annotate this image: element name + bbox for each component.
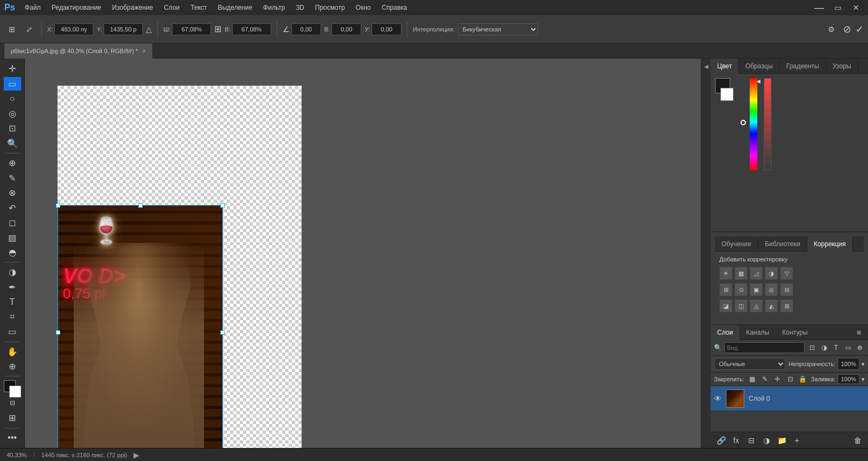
status-arrow-btn[interactable]: ▶ [133,451,139,459]
layer-visibility-toggle[interactable]: 👁 [714,394,722,403]
transform-options-btn[interactable]: ⚙ [824,22,839,37]
filter-adj-btn[interactable]: ◑ [819,342,829,353]
shape-tool[interactable]: ▭ [4,325,21,339]
options-icon[interactable]: ⊞ [4,22,20,37]
new-layer-btn[interactable]: + [791,434,803,446]
adj-exposure-btn[interactable]: ◑ [765,267,778,280]
width-input[interactable] [172,23,211,35]
marquee-tool[interactable]: ▭ [4,77,21,91]
opacity-input[interactable] [838,358,859,370]
swatches-tab[interactable]: Образцы [739,59,780,74]
handle-top-left[interactable] [56,203,60,208]
maximize-button[interactable]: ▭ [830,0,845,15]
adj-photo-filter-btn[interactable]: ◎ [765,283,778,296]
panel-toggle-btn[interactable]: ◀ [702,62,711,71]
patterns-tab[interactable]: Узоры [826,59,858,74]
quick-mask-tool[interactable]: ⊟ [4,396,21,411]
adj-bw-btn[interactable]: ▣ [750,283,763,296]
filter-text-btn[interactable]: T [831,342,841,353]
menu-text[interactable]: Текст [185,2,212,14]
lock-all-btn[interactable]: 🔒 [798,374,807,384]
adj-invert-btn[interactable]: ◪ [719,299,732,312]
menu-image[interactable]: Изображение [107,2,159,14]
menu-window[interactable]: Окно [350,2,376,14]
color-tab[interactable]: Цвет [711,59,739,74]
hue-slider[interactable] [750,78,757,170]
layers-panel-menu-btn[interactable]: ≡ [853,326,865,338]
zoom-tool[interactable]: ⊕ [4,360,21,374]
gradients-tab[interactable]: Градиенты [780,59,826,74]
adj-selective-color-btn[interactable]: ⊞ [780,299,793,312]
filter-pixel-btn[interactable]: ⊡ [807,342,818,353]
pen-tool[interactable]: ✒ [4,280,21,294]
blend-mode-select[interactable]: Обычные Растворение Умножение [714,358,786,370]
layer-item[interactable]: 👁 Слой 0 [711,386,868,411]
cancel-transform-icon[interactable]: ⊘ [843,23,851,35]
menu-edit[interactable]: Редактирование [46,2,106,14]
handle-mid-right[interactable] [220,330,225,335]
menu-layers[interactable]: Слои [158,2,185,14]
extras-tool[interactable]: ••• [4,431,21,445]
path-select-tool[interactable]: ⌗ [4,310,21,324]
paths-tab[interactable]: Контуры [776,325,814,340]
menu-view[interactable]: Просмотр [310,2,350,14]
channels-tab[interactable]: Каналы [739,325,776,340]
adj-colorbalance-btn[interactable]: ⊙ [735,283,748,296]
background-color-swatch[interactable] [720,88,733,101]
quick-select-tool[interactable]: ◎ [4,107,21,121]
link-layers-btn[interactable]: 🔗 [715,434,727,446]
confirm-transform-icon[interactable]: ✓ [856,23,864,35]
handle-mid-left[interactable] [56,330,60,335]
adj-vibrance-btn[interactable]: ▽ [780,267,793,280]
adj-channel-mixer-btn[interactable]: ⊟ [780,283,793,296]
new-group-btn[interactable]: 📁 [776,434,788,446]
tab-close-button[interactable]: × [142,47,146,55]
adj-hsl-btn[interactable]: ⊞ [719,283,732,296]
filter-smart-btn[interactable]: ⊕ [854,342,865,353]
healing-tool[interactable]: ⊕ [4,156,21,170]
link-proportions-icon[interactable]: ⊞ [214,24,221,34]
lock-pixels-btn[interactable]: ✎ [760,374,769,384]
gradient-tool[interactable]: ▤ [4,230,21,245]
transform-icon[interactable]: ⤢ [22,22,37,37]
opacity-arrow[interactable]: ▾ [861,361,865,368]
learning-tab[interactable]: Обучение [715,236,758,252]
lock-transparent-btn[interactable]: ▦ [748,374,757,384]
crop-tool[interactable]: ⊡ [4,121,21,136]
move-tool[interactable]: ✛ [4,62,21,76]
adj-curves-btn[interactable]: ◿ [750,267,763,280]
x-input[interactable] [54,23,93,35]
layers-search-input[interactable] [724,342,805,353]
brush-tool[interactable]: ✎ [4,171,21,185]
lasso-tool[interactable]: ○ [4,92,21,106]
menu-3d[interactable]: 3D [290,2,309,14]
menu-file[interactable]: Файл [20,2,47,14]
screen-mode-tool[interactable]: ⊞ [4,411,21,425]
filter-shape-btn[interactable]: ▭ [843,342,853,353]
blur-tool[interactable]: ◓ [4,246,21,260]
lock-position-btn[interactable]: ✛ [773,374,782,384]
minimize-button[interactable]: — [812,0,827,15]
handle-top-right[interactable] [220,203,225,208]
adj-levels-btn[interactable]: ▦ [735,267,748,280]
adj-threshold-btn[interactable]: ◬ [750,299,763,312]
height-input[interactable] [232,23,271,35]
libraries-tab[interactable]: Библиотеки [758,236,807,252]
adj-posterize-btn[interactable]: ◫ [735,299,748,312]
hand-tool[interactable]: ✋ [4,344,21,358]
handle-top-center[interactable] [138,203,143,208]
dodge-tool[interactable]: ◑ [4,265,21,279]
close-button[interactable]: ✕ [848,0,864,15]
lock-artboard-btn[interactable]: ⊡ [786,374,795,384]
text-tool[interactable]: T [4,295,21,309]
adj-brightness-btn[interactable]: ☀ [719,267,732,280]
angle-input[interactable] [291,23,321,35]
menu-help[interactable]: Справка [376,2,412,14]
menu-filter[interactable]: Фильтр [258,2,290,14]
eraser-tool[interactable]: ◻ [4,216,21,230]
fill-arrow[interactable]: ▾ [861,376,865,383]
fill-input[interactable] [838,374,859,384]
eyedropper-tool[interactable]: 🔍 [4,137,21,151]
interp-select[interactable]: Бикубическая Билинейная По соседним пикс… [458,23,538,35]
adj-gradient-map-btn[interactable]: ◭ [765,299,778,312]
